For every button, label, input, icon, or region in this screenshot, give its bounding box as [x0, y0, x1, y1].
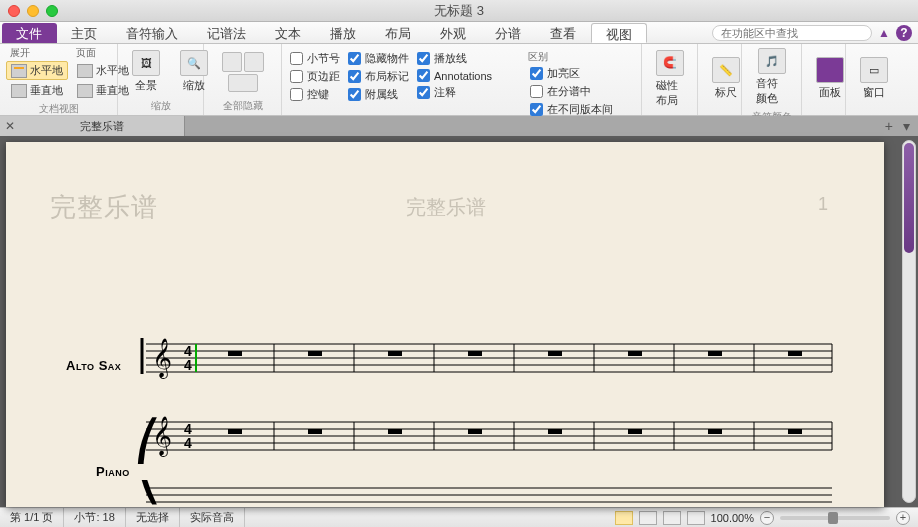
- svg-rect-25: [788, 351, 802, 356]
- tab-text[interactable]: 文本: [261, 22, 316, 43]
- in-parts-checkbox[interactable]: 在分谱中: [528, 83, 615, 100]
- scrollbar-thumb[interactable]: [904, 143, 914, 253]
- ribbon-search-input[interactable]: [712, 25, 872, 41]
- svg-rect-18: [228, 351, 242, 356]
- viewmode-3-button[interactable]: [663, 511, 681, 525]
- hide-all-button[interactable]: 全部隐藏: [210, 97, 275, 115]
- margins-checkbox[interactable]: 页边距: [288, 68, 342, 85]
- layout-marks-checkbox[interactable]: 布局标记: [346, 68, 411, 85]
- viewmode-2-button[interactable]: [639, 511, 657, 525]
- tab-review[interactable]: 查看: [536, 22, 591, 43]
- hide-icon-1: [222, 52, 242, 72]
- tab-play[interactable]: 播放: [316, 22, 371, 43]
- viewmode-1-button[interactable]: [615, 511, 633, 525]
- status-selection: 无选择: [126, 508, 180, 527]
- note-color-button[interactable]: 🎵音符颜色: [748, 46, 795, 108]
- panel-icon: [816, 57, 844, 83]
- ribbon: 展开 水平地 垂直地 页面 水平地 垂直地 文档视图 🖼全景 🔍缩放 缩放: [0, 44, 918, 116]
- svg-text:⎝: ⎝: [134, 480, 162, 505]
- svg-rect-43: [228, 429, 242, 434]
- status-page[interactable]: 第 1/1 页: [0, 508, 64, 527]
- svg-text:𝄞: 𝄞: [152, 416, 172, 457]
- hide-icon-2: [244, 52, 264, 72]
- zoom-in-button[interactable]: +: [896, 511, 910, 525]
- panorama-icon: 🖼: [132, 50, 160, 76]
- tab-view[interactable]: 视图: [591, 23, 647, 43]
- instrument-piano: Piano: [96, 464, 130, 479]
- add-tab-button[interactable]: +: [881, 118, 897, 134]
- collapse-ribbon-button[interactable]: ▲: [878, 27, 890, 39]
- tab-notation[interactable]: 记谱法: [193, 22, 261, 43]
- window-title: 无标题 3: [0, 2, 918, 20]
- tab-layout[interactable]: 布局: [371, 22, 426, 43]
- svg-rect-48: [628, 429, 642, 434]
- arrange-label: 区别: [528, 50, 615, 64]
- score-canvas[interactable]: 完整乐谱 完整乐谱 1 Alto Sax Piano 𝄞 44 ⎛ 𝄞 44: [0, 136, 918, 507]
- hidden-objects-checkbox[interactable]: 隐藏物件: [346, 50, 411, 67]
- document-tab[interactable]: 完整乐谱: [20, 116, 185, 136]
- svg-rect-47: [548, 429, 562, 434]
- highlight-checkbox[interactable]: 加亮区: [528, 65, 615, 82]
- svg-rect-22: [548, 351, 562, 356]
- svg-rect-46: [468, 429, 482, 434]
- bar-numbers-checkbox[interactable]: 小节号: [288, 50, 342, 67]
- watermark-left: 完整乐谱: [50, 190, 158, 225]
- status-bar: 第 1/1 页 小节: 18 无选择 实际音高 100.00% − +: [0, 507, 918, 527]
- hide-icon-3: [228, 74, 258, 92]
- viewmode-4-button[interactable]: [687, 511, 705, 525]
- svg-rect-19: [308, 351, 322, 356]
- instrument-alto-sax: Alto Sax: [66, 358, 121, 373]
- staff-piano-bass: ⎝: [134, 480, 834, 507]
- group-zoom-label: 缩放: [124, 97, 197, 115]
- svg-rect-20: [388, 351, 402, 356]
- window-button[interactable]: ▭窗口: [852, 46, 896, 111]
- tab-menu-button[interactable]: ▾: [899, 118, 914, 134]
- zoom-out-button[interactable]: −: [760, 511, 774, 525]
- tab-appearance[interactable]: 外观: [426, 22, 481, 43]
- tab-file[interactable]: 文件: [2, 23, 57, 43]
- vertical-expand-button[interactable]: 垂直地: [6, 81, 68, 100]
- magnet-icon: 🧲: [656, 50, 684, 76]
- svg-text:4: 4: [184, 357, 192, 373]
- svg-rect-50: [788, 429, 802, 434]
- comments-checkbox[interactable]: 注释: [415, 84, 494, 101]
- attach-lines-checkbox[interactable]: 附属线: [346, 86, 411, 103]
- document-tabstrip: ✕ 完整乐谱 + ▾: [0, 116, 918, 136]
- svg-text:𝄞: 𝄞: [152, 338, 172, 379]
- zoom-slider[interactable]: [780, 516, 890, 520]
- horizontal-expand-button[interactable]: 水平地: [6, 61, 68, 80]
- tab-parts[interactable]: 分谱: [481, 22, 536, 43]
- svg-rect-49: [708, 429, 722, 434]
- ruler-icon: 📏: [712, 57, 740, 83]
- panorama-button[interactable]: 🖼全景: [124, 46, 168, 97]
- tab-note-input[interactable]: 音符输入: [112, 22, 193, 43]
- staff-piano-treble: ⎛ 𝄞 44: [134, 414, 834, 464]
- staff-alto-sax: 𝄞 44: [134, 336, 834, 386]
- svg-rect-45: [388, 429, 402, 434]
- status-pitch[interactable]: 实际音高: [180, 508, 245, 527]
- page-number: 1: [818, 194, 828, 215]
- svg-text:4: 4: [184, 435, 192, 451]
- status-bar-number[interactable]: 小节: 18: [64, 508, 125, 527]
- magnetic-layout-button[interactable]: 🧲磁性布局: [648, 46, 692, 111]
- window-icon: ▭: [860, 57, 888, 83]
- watermark-center: 完整乐谱: [406, 194, 486, 221]
- svg-rect-44: [308, 429, 322, 434]
- note-color-icon: 🎵: [758, 48, 786, 74]
- zoom-value: 100.00%: [711, 512, 754, 524]
- keys-checkbox[interactable]: 控键: [288, 86, 342, 103]
- vertical-scrollbar[interactable]: [902, 140, 916, 503]
- svg-rect-21: [468, 351, 482, 356]
- tab-home[interactable]: 主页: [57, 22, 112, 43]
- annotations-checkbox[interactable]: Annotations: [415, 68, 494, 83]
- expand-label: 展开: [6, 46, 68, 60]
- close-tab-button[interactable]: ✕: [0, 116, 20, 136]
- help-button[interactable]: ?: [896, 25, 912, 41]
- score-page: 完整乐谱 完整乐谱 1 Alto Sax Piano 𝄞 44 ⎛ 𝄞 44: [6, 142, 884, 507]
- zoom-slider-thumb[interactable]: [828, 512, 838, 524]
- playback-line-checkbox[interactable]: 播放线: [415, 50, 494, 67]
- title-bar: 无标题 3: [0, 0, 918, 22]
- svg-rect-23: [628, 351, 642, 356]
- svg-rect-24: [708, 351, 722, 356]
- ribbon-tabs: 文件 主页 音符输入 记谱法 文本 播放 布局 外观 分谱 查看 视图 ▲ ?: [0, 22, 918, 44]
